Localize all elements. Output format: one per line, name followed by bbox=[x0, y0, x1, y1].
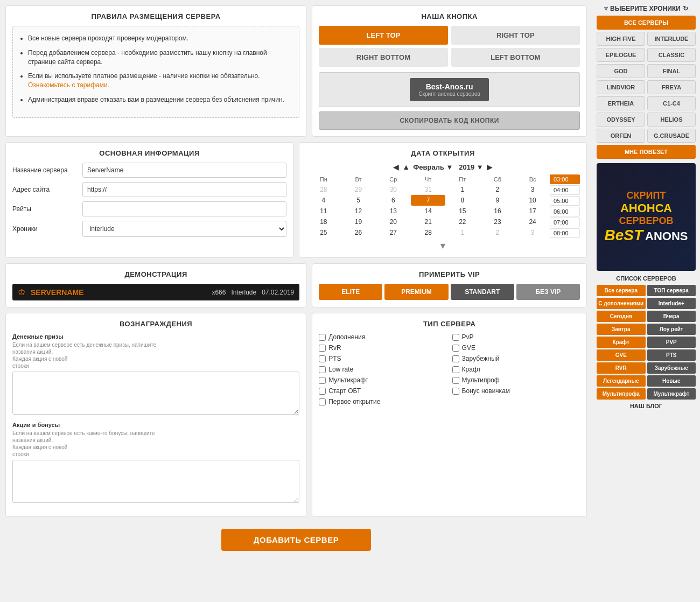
right-bottom-btn[interactable]: RIGHT BOTTOM bbox=[319, 48, 447, 67]
chron-classic[interactable]: CLASSIC bbox=[647, 48, 696, 62]
cal-day[interactable]: 18 bbox=[306, 216, 341, 227]
cal-day[interactable]: 31 bbox=[411, 184, 445, 195]
type-multicraft-check[interactable] bbox=[319, 377, 326, 384]
cal-day[interactable]: 28 bbox=[306, 184, 341, 195]
type-foreign-check[interactable] bbox=[452, 355, 459, 362]
list-craft[interactable]: Крафт bbox=[597, 337, 646, 348]
type-bonus-newbie[interactable]: Бонус новичкам bbox=[452, 387, 580, 395]
type-bonus-newbie-check[interactable] bbox=[452, 388, 459, 395]
cal-day[interactable]: 1 bbox=[445, 227, 480, 238]
cal-day[interactable]: 1 bbox=[445, 184, 480, 195]
cal-day[interactable]: 2 bbox=[480, 227, 516, 238]
type-first-open-check[interactable] bbox=[319, 398, 326, 405]
list-pvp[interactable]: PVP bbox=[647, 337, 696, 348]
time-item-4[interactable]: 06:00 bbox=[550, 207, 580, 216]
copy-code-button[interactable]: СКОПИРОВАТЬ КОД КНОПКИ bbox=[319, 111, 580, 130]
chron-final[interactable]: FINAL bbox=[647, 64, 696, 78]
time-item-2[interactable]: 04:00 bbox=[550, 185, 580, 195]
time-item-1[interactable]: 03:00 bbox=[550, 174, 580, 184]
chron-epilogue[interactable]: EPILOGUE bbox=[597, 48, 645, 62]
chron-lucky-btn[interactable]: МНЕ ПОВЕЗЕТ bbox=[597, 145, 696, 159]
type-obt-check[interactable] bbox=[319, 388, 326, 395]
rates-input[interactable] bbox=[82, 201, 286, 216]
type-gve-check[interactable] bbox=[452, 345, 459, 352]
tariffs-link[interactable]: Ознакомьтесь с тарифами. bbox=[28, 81, 109, 89]
type-low-rate[interactable]: Low rate bbox=[319, 366, 446, 373]
cal-day[interactable]: 3 bbox=[515, 227, 550, 238]
list-yesterday[interactable]: Вчера bbox=[647, 311, 696, 322]
cal-day[interactable]: 27 bbox=[375, 227, 411, 238]
cal-day[interactable]: 20 bbox=[375, 216, 411, 227]
right-top-btn[interactable]: RIGHT TOP bbox=[451, 26, 580, 45]
type-dopolneniya-check[interactable] bbox=[319, 334, 326, 341]
cal-day[interactable]: 5 bbox=[341, 195, 376, 206]
cal-day[interactable]: 28 bbox=[411, 227, 445, 238]
vip-none-btn[interactable]: БЕЗ VIP bbox=[516, 284, 580, 300]
list-low-rate[interactable]: Лоу рейт bbox=[647, 324, 696, 335]
cal-day[interactable]: 12 bbox=[341, 206, 376, 216]
cal-day[interactable]: 11 bbox=[306, 206, 341, 216]
cal-day[interactable]: 4 bbox=[306, 195, 341, 206]
list-today[interactable]: Сегодня bbox=[597, 311, 646, 322]
chron-helios[interactable]: HELIOS bbox=[647, 113, 696, 127]
list-pts[interactable]: PTS bbox=[647, 349, 696, 361]
type-pvp-check[interactable] bbox=[452, 334, 459, 341]
cal-day[interactable]: 6 bbox=[375, 195, 411, 206]
chron-gcrusade[interactable]: G.CRUSADE bbox=[647, 129, 696, 143]
type-pvp[interactable]: PvP bbox=[452, 333, 580, 341]
list-tomorrow[interactable]: Завтра bbox=[597, 324, 646, 335]
time-item-3[interactable]: 05:00 bbox=[550, 196, 580, 206]
site-url-input[interactable] bbox=[82, 182, 286, 197]
cal-day[interactable]: 17 bbox=[515, 206, 550, 216]
time-item-5[interactable]: 07:00 bbox=[550, 218, 580, 227]
time-item-6[interactable]: 08:00 bbox=[550, 228, 580, 238]
cal-day[interactable]: 14 bbox=[411, 206, 445, 216]
chron-interlude[interactable]: INTERLUDE bbox=[647, 32, 696, 46]
type-gve[interactable]: GVE bbox=[452, 344, 580, 352]
cal-day[interactable]: 13 bbox=[375, 206, 411, 216]
type-dopolneniya[interactable]: Дополнения bbox=[319, 333, 446, 341]
type-pts[interactable]: PTS bbox=[319, 355, 446, 362]
chron-lindvior[interactable]: LINDVIOR bbox=[597, 80, 645, 94]
cal-next-btn[interactable]: ▶ bbox=[487, 163, 493, 171]
cal-day[interactable]: 24 bbox=[515, 216, 550, 227]
cal-more-times[interactable]: ▼ bbox=[306, 241, 580, 251]
type-multiprof-check[interactable] bbox=[452, 377, 459, 384]
cal-day[interactable]: 22 bbox=[445, 216, 480, 227]
cal-day[interactable]: 8 bbox=[445, 195, 480, 206]
type-multicraft[interactable]: Мультикрафт bbox=[319, 376, 446, 384]
type-craft-check[interactable] bbox=[452, 366, 459, 373]
type-rvr-check[interactable] bbox=[319, 345, 326, 352]
chron-god[interactable]: GOD bbox=[597, 64, 645, 78]
money-prizes-textarea[interactable] bbox=[12, 372, 299, 415]
cal-day[interactable]: 16 bbox=[480, 206, 516, 216]
type-pts-check[interactable] bbox=[319, 355, 326, 362]
cal-day[interactable]: 9 bbox=[480, 195, 516, 206]
refresh-icon[interactable]: ↻ bbox=[683, 5, 688, 12]
chron-odyssey[interactable]: ODYSSEY bbox=[597, 113, 645, 127]
type-craft[interactable]: Крафт bbox=[452, 366, 580, 373]
list-with-extras[interactable]: С дополнениями bbox=[597, 298, 646, 309]
chronicles-select[interactable]: Interlude High Five Epilogue Classic GOD… bbox=[82, 221, 286, 237]
left-bottom-btn[interactable]: LEFT BOTTOM bbox=[451, 48, 580, 67]
cal-day[interactable]: 30 bbox=[375, 184, 411, 195]
chron-orfen[interactable]: ORFEN bbox=[597, 129, 645, 143]
cal-day[interactable]: 19 bbox=[341, 216, 376, 227]
cal-day-selected[interactable]: 7 bbox=[411, 195, 445, 206]
type-low-rate-check[interactable] bbox=[319, 366, 326, 373]
cal-day[interactable]: 15 bbox=[445, 206, 480, 216]
add-server-button[interactable]: ДОБАВИТЬ СЕРВЕР bbox=[221, 529, 371, 551]
cal-day[interactable]: 10 bbox=[515, 195, 550, 206]
list-interlude-plus[interactable]: Interlude+ bbox=[647, 298, 696, 309]
vip-premium-btn[interactable]: PREMIUM bbox=[384, 284, 448, 300]
list-rvr[interactable]: RVR bbox=[597, 362, 646, 374]
cal-day[interactable]: 3 bbox=[515, 184, 550, 195]
cal-day[interactable]: 23 bbox=[480, 216, 516, 227]
vip-elite-btn[interactable]: ELITE bbox=[319, 284, 382, 300]
cal-day[interactable]: 2 bbox=[480, 184, 516, 195]
type-multiprof[interactable]: Мультипроф bbox=[452, 376, 580, 384]
chron-freya[interactable]: FREYA bbox=[647, 80, 696, 94]
type-foreign[interactable]: Зарубежный bbox=[452, 355, 580, 362]
cal-day[interactable]: 29 bbox=[341, 184, 376, 195]
type-first-open[interactable]: Первое открытие bbox=[319, 398, 446, 405]
